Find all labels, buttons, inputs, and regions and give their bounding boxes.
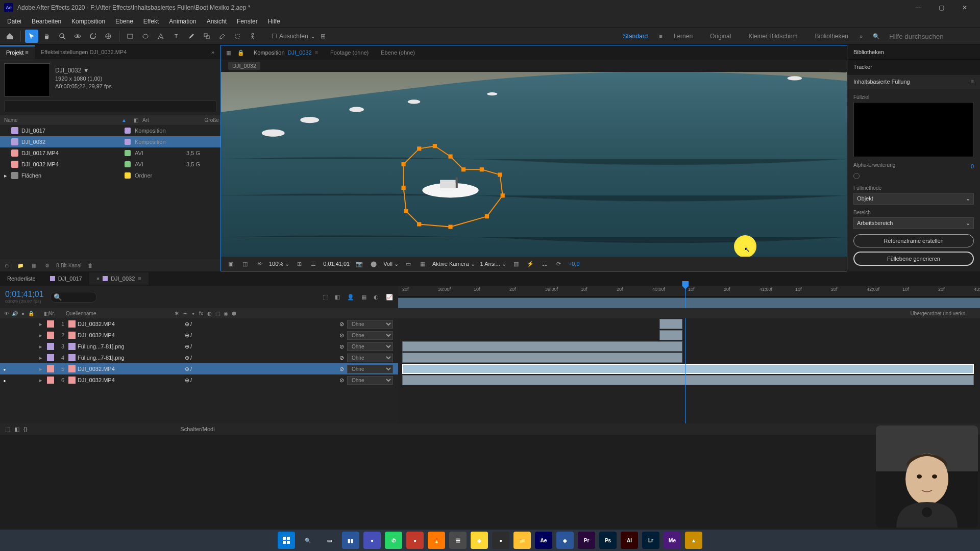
menu-hilfe[interactable]: Hilfe [263,18,285,25]
menu-bearbeiten[interactable]: Bearbeiten [27,18,66,25]
clone-tool[interactable] [200,30,213,43]
libraries-tab[interactable]: Bibliotheken [847,45,980,60]
taskbar-app-icon[interactable]: ▮▮ [342,532,359,549]
snapping-checkbox[interactable]: ☐ Ausrichten ⌄ ⊞ [272,33,326,40]
pixel-aspect-icon[interactable]: ▥ [511,259,521,268]
col-size-header[interactable]: Große [188,117,219,123]
playhead[interactable] [685,286,685,308]
taskbar-app-icon[interactable]: ◆ [556,532,574,549]
layer-bar[interactable] [402,364,974,374]
help-search-input[interactable] [885,31,977,42]
layer-name[interactable]: DJI_0032.MP4 [78,366,185,372]
menu-datei[interactable]: Datei [2,18,27,25]
render-queue-tab[interactable]: Renderliste [0,272,43,285]
label-color-swatch[interactable] [125,139,131,145]
alpha-slider-handle[interactable] [853,173,860,179]
layer-row[interactable]: ▸ 6 DJI_0032.MP4 ⊕/ ⊘ Ohne [0,374,398,386]
timeline-ruler-area[interactable]: 20f38;00f10f20f39;00f10f20f40;00f10f20f4… [398,286,980,308]
layer-row[interactable]: ▸ 1 DJI_0032.MP4 ⊕/ ⊘ Ohne [0,318,398,330]
label-color-swatch[interactable] [125,161,131,167]
parent-select[interactable]: Ohne [347,320,393,329]
layer-name[interactable]: DJI_0032.MP4 [78,321,185,327]
visibility-toggle[interactable] [0,377,9,383]
parent-link[interactable]: ⊘ Ohne [339,354,393,362]
workspace-lernen[interactable]: Lernen [668,33,699,40]
workspace-kleiner[interactable]: Kleiner Bildschirm [742,33,803,40]
twirl-icon[interactable]: ▸ [37,366,45,372]
menu-effekt[interactable]: Effekt [138,18,164,25]
layer-switches[interactable]: ⊕/ [185,355,246,361]
taskbar-app-icon[interactable]: ✆ [385,532,402,549]
taskbar-app-icon[interactable]: ● [406,532,424,549]
snap-option-icon[interactable]: ⊞ [321,33,326,40]
project-item[interactable]: DJI_0032.MP4 AVI 3,5 G [0,159,220,170]
layer-bar[interactable] [402,353,682,363]
zoom-select[interactable]: 100% ⌄ [269,261,289,267]
brackets-icon[interactable]: {} [23,426,27,432]
twirl-icon[interactable]: ▸ [37,355,45,361]
parent-select[interactable]: Ohne [347,354,393,362]
puppet-tool[interactable] [246,30,259,43]
eraser-tool[interactable] [215,30,229,43]
project-item[interactable]: DJI_0032 Komposition [0,136,220,147]
current-time-display[interactable]: 0;01;41;01 [5,290,44,299]
taskbar-app-icon[interactable]: Ae [535,532,552,549]
taskbar-app-icon[interactable]: ◆ [471,532,488,549]
interpret-footage-icon[interactable]: 🗀 [3,261,11,269]
taskbar-app-icon[interactable]: Ps [599,532,617,549]
exposure-value[interactable]: +0,0 [569,261,580,267]
grid-icon[interactable]: ⊞ [295,259,304,268]
frame-blend-icon[interactable]: ▦ [361,294,366,300]
fast-preview-icon[interactable]: ⚡ [526,259,535,268]
selection-tool[interactable] [25,30,38,43]
layer-switches[interactable]: ⊕/ [185,332,246,339]
layer-bar[interactable] [659,319,682,329]
views-select[interactable]: 1 Ansi... ⌄ [480,261,506,267]
home-tool[interactable] [3,30,16,43]
comp-mini-flowchart-icon[interactable]: ⬚ [323,294,328,300]
comp-breadcrumb[interactable]: DJI_0032 [221,60,847,72]
layer-bar[interactable] [402,341,682,352]
source-col-header[interactable]: Quellenname [66,311,173,316]
timeline-tab-2[interactable]: ×DJI_0032 ≡ [89,272,149,285]
snapshot-icon[interactable]: 📷 [355,259,364,268]
menu-ansicht[interactable]: Ansicht [202,18,232,25]
camera-select[interactable]: Aktive Kamera ⌄ [432,261,475,267]
visibility-toggle[interactable] [0,366,9,372]
generate-fill-layer-button[interactable]: Füllebene generieren [853,252,974,266]
project-item[interactable]: DJI_0017 Komposition [0,125,220,136]
text-tool[interactable]: T [169,30,183,43]
layer-bar[interactable] [402,375,974,385]
layer-switches[interactable]: ⊕/ [185,377,246,384]
layer-row[interactable]: ▸ 4 Füllung...7-81].png ⊕/ ⊘ Ohne [0,352,398,363]
motionblur-icon[interactable]: ◐ [374,294,379,300]
workspace-original[interactable]: Original [704,33,737,40]
switches-modes-label[interactable]: Schalter/Modi [180,426,214,432]
pen-tool[interactable] [154,30,167,43]
menu-fenster[interactable]: Fenster [232,18,263,25]
project-list[interactable]: DJI_0017 Komposition DJI_0032 Kompositio… [0,125,220,259]
panel-overflow-icon[interactable]: » [205,46,220,58]
rect-tool[interactable] [124,30,137,43]
label-color-swatch[interactable] [125,172,131,179]
draft3d-icon[interactable]: ◧ [335,294,340,300]
parent-link[interactable]: ⊘ Ohne [339,342,393,351]
effect-settings-tab[interactable]: Effekteinstellungen DJI_0032.MP4 [35,46,205,58]
twirl-icon[interactable]: ▸ [37,332,45,339]
fill-method-select[interactable]: Objekt⌄ [853,193,974,205]
rotation-tool[interactable] [86,30,100,43]
menu-ebene[interactable]: Ebene [110,18,138,25]
layer-name[interactable]: Füllung...7-81].png [78,343,185,349]
layer-row[interactable]: ▸ 3 Füllung...7-81].png ⊕/ ⊘ Ohne [0,341,398,352]
twirl-icon[interactable]: ▸ [37,377,45,384]
layer-label-color[interactable] [47,332,54,339]
new-comp-icon[interactable]: ▦ [30,261,38,269]
workspace-bibliotheken[interactable]: Bibliotheken [808,33,854,40]
comp-lock2-icon[interactable]: 🔒 [234,49,248,56]
parent-select[interactable]: Ohne [347,331,393,340]
region-icon[interactable]: ▭ [404,259,413,268]
menu-komposition[interactable]: Komposition [66,18,110,25]
timeline-tab-1[interactable]: DJI_0017 [43,272,89,285]
taskbar-app-icon[interactable]: 🔥 [428,532,445,549]
layer-bar[interactable] [659,330,682,340]
